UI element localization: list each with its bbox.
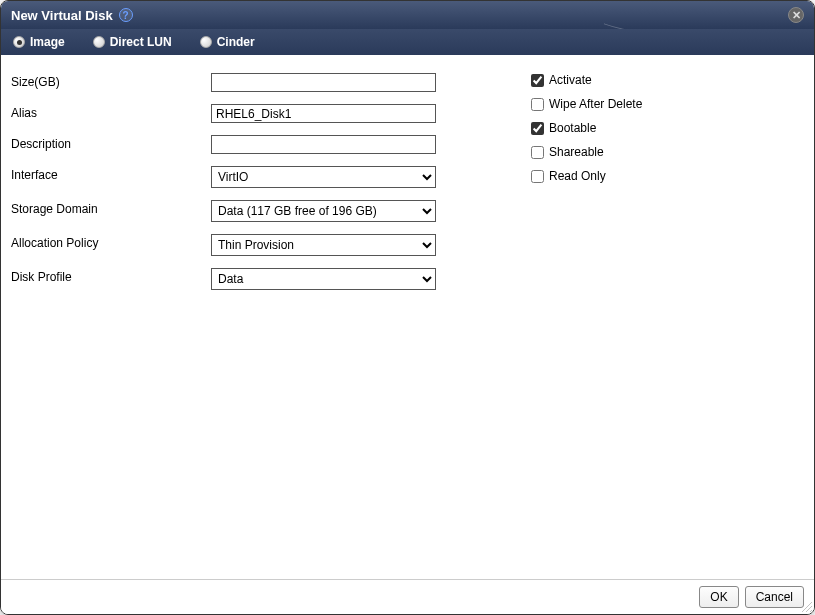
radio-icon <box>200 36 212 48</box>
help-icon[interactable]: ? <box>119 8 133 22</box>
storage-domain-select[interactable]: Data (117 GB free of 196 GB) <box>211 200 436 222</box>
form-left: Size(GB) Alias Description Interface Vir… <box>11 73 441 569</box>
interface-label: Interface <box>11 166 211 188</box>
allocation-policy-label: Allocation Policy <box>11 234 211 256</box>
wipe-after-delete-checkbox[interactable] <box>531 98 544 111</box>
activate-label: Activate <box>549 73 592 87</box>
dialog-content: Size(GB) Alias Description Interface Vir… <box>1 55 814 579</box>
activate-row: Activate <box>531 73 642 87</box>
form-right: Activate Wipe After Delete Bootable Shar… <box>531 73 642 569</box>
read-only-label: Read Only <box>549 169 606 183</box>
wipe-after-delete-label: Wipe After Delete <box>549 97 642 111</box>
bootable-label: Bootable <box>549 121 596 135</box>
allocation-policy-select[interactable]: Thin Provision <box>211 234 436 256</box>
description-label: Description <box>11 135 211 154</box>
read-only-row: Read Only <box>531 169 642 183</box>
ok-button[interactable]: OK <box>699 586 738 608</box>
shareable-label: Shareable <box>549 145 604 159</box>
radio-icon <box>13 36 25 48</box>
read-only-checkbox[interactable] <box>531 170 544 183</box>
storage-domain-label: Storage Domain <box>11 200 211 222</box>
description-input[interactable] <box>211 135 436 154</box>
tab-label: Cinder <box>217 35 255 49</box>
tab-cinder[interactable]: Cinder <box>200 35 255 49</box>
tab-label: Direct LUN <box>110 35 172 49</box>
cancel-button[interactable]: Cancel <box>745 586 804 608</box>
disk-type-tabs: Image Direct LUN Cinder <box>1 29 814 55</box>
dialog-title: New Virtual Disk <box>11 8 113 23</box>
tab-image[interactable]: Image <box>13 35 65 49</box>
size-label: Size(GB) <box>11 73 211 92</box>
close-icon[interactable]: ✕ <box>788 7 804 23</box>
disk-profile-label: Disk Profile <box>11 268 211 290</box>
tab-label: Image <box>30 35 65 49</box>
shareable-checkbox[interactable] <box>531 146 544 159</box>
tab-direct-lun[interactable]: Direct LUN <box>93 35 172 49</box>
radio-icon <box>93 36 105 48</box>
alias-label: Alias <box>11 104 211 123</box>
shareable-row: Shareable <box>531 145 642 159</box>
bootable-checkbox[interactable] <box>531 122 544 135</box>
titlebar: New Virtual Disk ? ✕ <box>1 1 814 29</box>
dialog-footer: OK Cancel <box>1 579 814 614</box>
interface-select[interactable]: VirtIO <box>211 166 436 188</box>
alias-input[interactable] <box>211 104 436 123</box>
new-virtual-disk-dialog: New Virtual Disk ? ✕ Image Direct LUN Ci… <box>0 0 815 615</box>
bootable-row: Bootable <box>531 121 642 135</box>
size-input[interactable] <box>211 73 436 92</box>
disk-profile-select[interactable]: Data <box>211 268 436 290</box>
titlebar-decoration <box>604 1 784 29</box>
activate-checkbox[interactable] <box>531 74 544 87</box>
wipe-after-delete-row: Wipe After Delete <box>531 97 642 111</box>
